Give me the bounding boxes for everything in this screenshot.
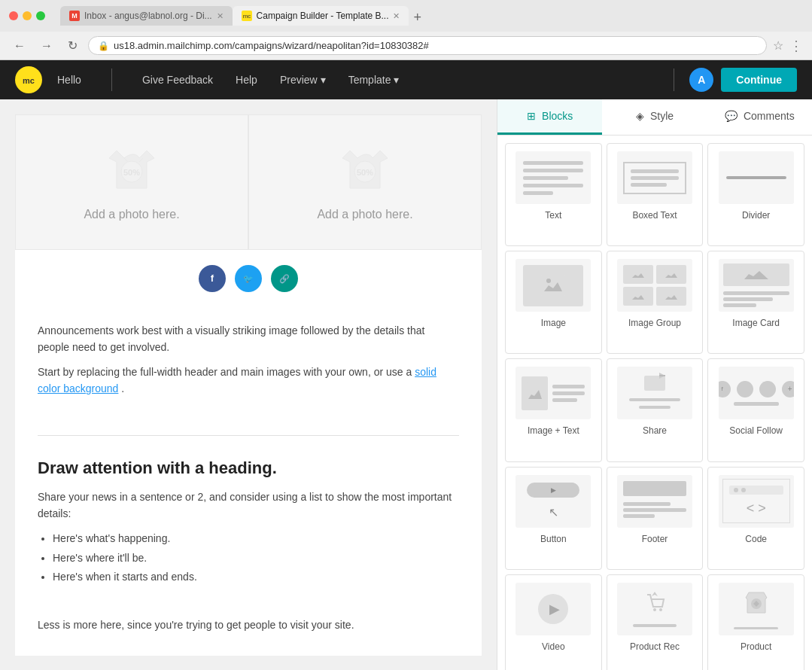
header-nav-feedback[interactable]: Give Feedback [142,71,213,89]
photo-placeholder-text-left: Add a photo here. [84,208,179,221]
block-code-label: Code [745,534,767,544]
reload-button[interactable]: ↻ [63,37,82,54]
block-boxed-text[interactable]: Boxed Text [607,143,704,246]
footer-text-block: Less is more here, since you're trying t… [15,601,482,656]
block-social-follow[interactable]: f + Social Follow [707,358,804,461]
style-tab-label: Style [650,110,674,122]
tab-comments[interactable]: 💬 Comments [707,99,812,135]
header-actions-divider [674,69,674,91]
block-image-group-thumbnail [617,259,692,312]
email-preview-panel: 50% Add a photo here. 50% Add a [0,99,497,670]
forward-button[interactable]: → [36,38,57,54]
list-item-2: Here's where it'll be. [53,549,459,568]
shirt-icon-left: 50% [102,143,162,199]
email-divider [38,435,459,436]
block-product-rec[interactable]: Product Rec [607,574,704,670]
header-nav-hello[interactable]: Hello [57,71,81,89]
user-avatar[interactable]: A [689,68,713,92]
template-label: Template [348,74,391,86]
block-product[interactable]: Product [707,574,804,670]
twitter-icon[interactable]: 🐦 [235,265,262,292]
app-header: mc Hello Give Feedback Help Preview ▾ Te… [0,60,812,99]
blocks-panel-tabs: ⊞ Blocks ◈ Style 💬 Comments [497,99,812,136]
block-share[interactable]: Share [607,358,704,461]
block-product-thumbnail [719,583,794,635]
browser-titlebar: M Inbox - angus@labnol.org - Di... ✕ mc … [0,0,812,32]
tab-blocks[interactable]: ⊞ Blocks [497,99,602,135]
block-product-label: Product [741,641,771,652]
close-window-button[interactable] [9,11,18,20]
facebook-icon[interactable]: f [199,265,226,292]
svg-rect-16 [664,291,679,303]
address-bar[interactable]: 🔒 us18.admin.mailchimp.com/campaigns/wiz… [88,36,767,55]
svg-point-12 [546,279,551,283]
block-text-label: Text [545,210,561,221]
block-image-label: Image [541,318,566,328]
back-button[interactable]: ← [9,38,30,54]
svg-text:🔗: 🔗 [279,273,290,284]
block-button-thumbnail: ▶ ↖ [515,475,591,528]
photo-placeholder-right[interactable]: 50% Add a photo here. [248,114,482,250]
browser-window-controls [9,11,45,20]
svg-rect-15 [631,291,646,303]
announcement-text: Announcements work best with a visually … [38,322,459,356]
heading-block: Draw attention with a heading. Share you… [15,451,482,601]
start-text: Start by replacing the full-width header… [38,364,459,397]
mailchimp-tab[interactable]: mc Campaign Builder - Template B... ✕ [233,6,409,26]
block-image-text-thumbnail [515,367,591,419]
blocks-tab-grid-icon: ⊞ [527,110,536,122]
link-chain-icon[interactable]: 🔗 [271,265,298,292]
svg-rect-11 [541,275,565,296]
maximize-window-button[interactable] [36,11,45,20]
block-boxed-text-label: Boxed Text [632,210,677,221]
blocks-panel: ⊞ Blocks ◈ Style 💬 Comments [497,99,812,670]
svg-text:mc: mc [23,76,35,85]
block-footer-label: Footer [642,534,668,544]
block-code[interactable]: < > Code [707,467,804,570]
tab-style[interactable]: ◈ Style [602,99,707,135]
block-button[interactable]: ▶ ↖ Button [505,467,602,570]
gmail-tab[interactable]: M Inbox - angus@labnol.org - Di... ✕ [60,6,233,26]
bookmark-button[interactable]: ☆ [773,38,783,53]
minimize-window-button[interactable] [23,11,32,20]
block-footer[interactable]: Footer [607,467,704,570]
social-icons-row: f 🐦 🔗 [15,250,482,307]
header-nav-preview[interactable]: Preview ▾ [280,74,326,86]
start-text-content: Start by replacing the full-width header… [38,366,412,378]
block-divider[interactable]: Divider [707,143,804,246]
block-footer-thumbnail [617,475,692,528]
gmail-tab-close[interactable]: ✕ [217,11,224,21]
block-image-text[interactable]: Image + Text [505,358,602,461]
svg-rect-13 [631,269,646,281]
svg-rect-18 [527,382,543,404]
block-image-group[interactable]: Image Group [607,251,704,354]
photo-placeholder-text-right: Add a photo here. [317,208,412,221]
block-text[interactable]: Text [505,143,602,246]
block-video-label: Video [542,641,564,652]
svg-text:f: f [211,273,214,284]
preview-chevron-icon: ▾ [321,74,326,86]
block-image-card[interactable]: Image Card [707,251,804,354]
header-actions: A Continue [666,68,797,92]
email-content: 50% Add a photo here. 50% Add a [15,114,482,656]
continue-button[interactable]: Continue [721,68,797,92]
mailchimp-logo[interactable]: mc [15,66,42,93]
photo-placeholder-left[interactable]: 50% Add a photo here. [15,114,248,250]
header-nav-template[interactable]: Template ▾ [348,74,400,86]
block-share-thumbnail [617,367,692,419]
browser-chrome: M Inbox - angus@labnol.org - Di... ✕ mc … [0,0,812,60]
header-nav-help[interactable]: Help [236,71,257,89]
svg-text:50%: 50% [357,168,373,177]
preview-label: Preview [280,74,318,86]
block-video[interactable]: ▶ Video [505,574,602,670]
more-options-button[interactable]: ⋮ [789,38,803,54]
block-product-rec-thumbnail [617,583,692,635]
blocks-grid: Text Boxed Text [497,136,812,670]
block-product-rec-label: Product Rec [630,641,680,652]
block-social-follow-thumbnail: f + [719,367,794,419]
header-nav: Hello Give Feedback Help Preview ▾ Templ… [57,69,666,91]
block-image[interactable]: Image [505,251,602,354]
mailchimp-tab-close[interactable]: ✕ [393,11,400,21]
new-tab-button[interactable]: + [409,10,426,26]
main-layout: 50% Add a photo here. 50% Add a [0,99,812,670]
